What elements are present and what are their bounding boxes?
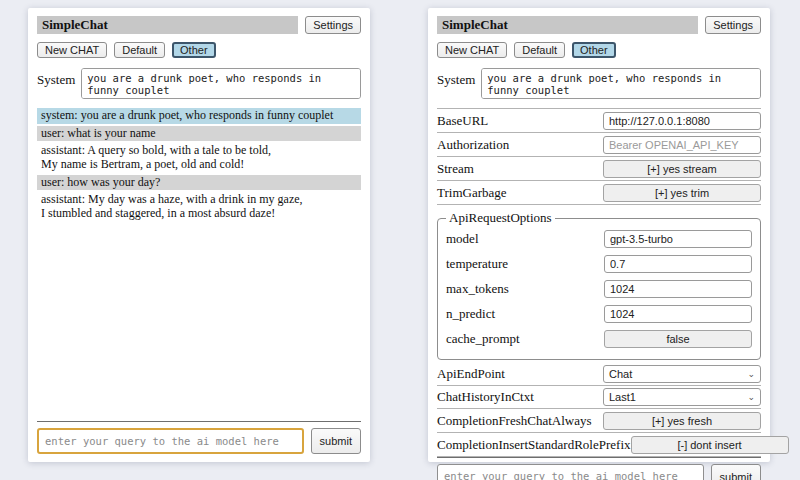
apiendpoint-selected-value: Chat [609,368,632,380]
n-predict-input[interactable] [604,305,752,323]
stream-toggle-button[interactable]: [+] yes stream [603,160,761,178]
chat-panel: SimpleChat Settings New CHAT Default Oth… [28,8,370,462]
new-chat-button[interactable]: New CHAT [37,42,107,58]
system-prompt-row: System you are a drunk poet, who respond… [37,68,361,99]
session-default-button[interactable]: Default [114,42,165,58]
titlebar: SimpleChat Settings [437,16,761,34]
apiendpoint-select[interactable]: Chat ⌄ [603,365,761,383]
query-divider [37,421,361,422]
temperature-input[interactable] [604,255,752,273]
setting-row-model: model [446,226,752,251]
authorization-label: Authorization [437,137,603,153]
chat-message-assistant: assistant: My day was a haze, with a dri… [37,192,361,221]
submit-button[interactable]: submit [711,464,761,480]
trimgarbage-label: TrimGarbage [437,185,603,201]
spacer [37,224,361,421]
baseurl-label: BaseURL [437,113,603,129]
query-input[interactable] [37,428,304,454]
setting-row-temperature: temperature [446,251,752,276]
chat-message-assistant: assistant: A query so bold, with a tale … [37,143,361,172]
chat-history: system: you are a drunk poet, who respon… [37,108,361,224]
trimgarbage-toggle-button[interactable]: [+] yes trim [603,184,761,202]
completioninsertstandardroleprefix-toggle-button[interactable]: [-] dont insert [631,436,789,454]
cache-prompt-label: cache_prompt [446,331,604,347]
chat-message-user: user: what is your name [37,126,361,142]
query-input[interactable] [437,464,704,480]
new-chat-button[interactable]: New CHAT [437,42,507,58]
max-tokens-label: max_tokens [446,281,604,297]
setting-row-n-predict: n_predict [446,301,752,326]
n-predict-label: n_predict [446,306,604,322]
completionfreshchatalways-label: CompletionFreshChatAlways [437,413,603,429]
setting-row-trimgarbage: TrimGarbage [+] yes trim [437,181,761,205]
system-prompt-input[interactable]: you are a drunk poet, who responds in fu… [481,68,761,99]
settings-list: BaseURL Authorization Stream [+] yes str… [437,108,761,457]
setting-row-completionfreshchatalways: CompletionFreshChatAlways [+] yes fresh [437,409,761,433]
system-prompt-input[interactable]: you are a drunk poet, who responds in fu… [81,68,361,99]
chathistoryinctxt-select[interactable]: Last1 ⌄ [603,388,761,406]
session-buttons: New CHAT Default Other [437,42,761,58]
system-label: System [437,68,475,99]
query-row: submit [437,464,761,480]
setting-row-completioninsertstandardroleprefix: CompletionInsertStandardRolePrefix [-] d… [437,433,761,457]
api-request-options-legend: ApiRequestOptions [446,210,555,226]
system-label: System [37,68,75,99]
max-tokens-input[interactable] [604,280,752,298]
settings-button[interactable]: Settings [705,16,761,34]
chevron-down-icon: ⌄ [747,393,755,402]
app-title: SimpleChat [37,16,298,34]
submit-button[interactable]: submit [311,428,361,454]
session-other-button[interactable]: Other [172,42,216,58]
setting-row-authorization: Authorization [437,133,761,157]
completioninsertstandardroleprefix-label: CompletionInsertStandardRolePrefix [437,437,631,453]
chathistoryinctxt-selected-value: Last1 [609,391,636,403]
chat-message-user: user: how was your day? [37,175,361,191]
baseurl-input[interactable] [603,112,761,130]
settings-button[interactable]: Settings [305,16,361,34]
chevron-down-icon: ⌄ [747,370,755,379]
temperature-label: temperature [446,256,604,272]
stream-label: Stream [437,161,603,177]
session-default-button[interactable]: Default [514,42,565,58]
model-input[interactable] [604,230,752,248]
setting-row-chathistoryinctxt: ChatHistoryInCtxt Last1 ⌄ [437,386,761,409]
model-label: model [446,231,604,247]
apiendpoint-label: ApiEndPoint [437,366,603,382]
authorization-input[interactable] [603,136,761,154]
titlebar: SimpleChat Settings [37,16,361,34]
completionfreshchatalways-toggle-button[interactable]: [+] yes fresh [603,412,761,430]
setting-row-stream: Stream [+] yes stream [437,157,761,181]
system-prompt-row: System you are a drunk poet, who respond… [437,68,761,99]
settings-panel: SimpleChat Settings New CHAT Default Oth… [428,8,770,462]
query-row: submit [37,428,361,454]
setting-row-cache-prompt: cache_prompt false [446,326,752,351]
cache-prompt-toggle-button[interactable]: false [604,330,752,348]
session-buttons: New CHAT Default Other [37,42,361,58]
setting-row-baseurl: BaseURL [437,109,761,133]
session-other-button[interactable]: Other [572,42,616,58]
api-request-options-fieldset: ApiRequestOptions model temperature max_… [437,210,761,360]
chat-message-system: system: you are a drunk poet, who respon… [37,108,361,124]
app-title: SimpleChat [437,16,698,34]
setting-row-max-tokens: max_tokens [446,276,752,301]
query-divider [437,457,761,458]
chathistoryinctxt-label: ChatHistoryInCtxt [437,389,603,405]
setting-row-apiendpoint: ApiEndPoint Chat ⌄ [437,363,761,386]
